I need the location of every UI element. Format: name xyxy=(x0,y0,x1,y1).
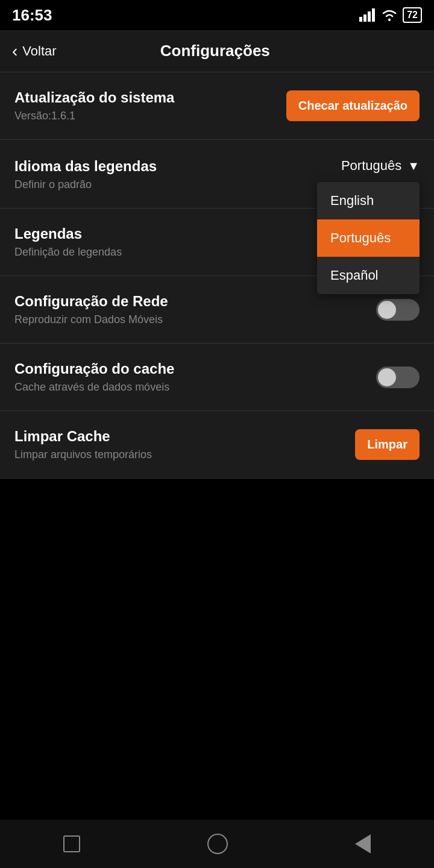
status-icons: 72 xyxy=(359,7,422,23)
network-config-title: Configuração de Rede xyxy=(14,293,376,310)
subtitle-language-section: Idioma das legendas Definir o padrão Por… xyxy=(0,140,434,209)
network-config-subtitle: Reproduzir com Dados Móveis xyxy=(14,313,376,326)
home-icon xyxy=(207,834,228,854)
svg-point-4 xyxy=(388,19,391,21)
clear-cache-section: Limpar Cache Limpar arquivos temporários… xyxy=(0,411,434,479)
language-option-portuguese[interactable]: Português xyxy=(317,219,420,257)
cache-toggle-thumb xyxy=(378,368,396,386)
language-dropdown-trigger[interactable]: Português ▼ xyxy=(341,158,420,174)
system-update-version: Versão:1.6.1 xyxy=(14,110,286,122)
language-option-spanish[interactable]: Español xyxy=(317,257,420,294)
wifi-icon xyxy=(381,8,398,22)
cache-config-subtitle: Cache através de dados móveis xyxy=(14,381,376,394)
recent-apps-icon xyxy=(63,835,80,852)
cache-config-section: Configuração do cache Cache através de d… xyxy=(0,344,434,411)
signal-icon xyxy=(359,8,376,22)
check-update-button[interactable]: Checar atualização xyxy=(286,90,420,121)
system-update-title: Atualização do sistema xyxy=(14,89,286,106)
nav-bar xyxy=(0,820,434,868)
status-bar: 16:53 72 xyxy=(0,0,434,30)
subtitle-language-title: Idioma das legendas xyxy=(14,158,341,175)
clear-cache-left: Limpar Cache Limpar arquivos temporários xyxy=(14,428,355,461)
top-bar: ‹ Voltar Configurações xyxy=(0,30,434,72)
svg-rect-2 xyxy=(368,11,371,22)
battery-icon: 72 xyxy=(403,7,422,23)
svg-rect-1 xyxy=(363,14,366,22)
cache-config-title: Configuração do cache xyxy=(14,360,376,377)
system-update-section: Atualização do sistema Versão:1.6.1 Chec… xyxy=(0,72,434,140)
language-current-value: Português xyxy=(341,158,401,174)
clear-cache-subtitle: Limpar arquivos temporários xyxy=(14,448,355,461)
system-update-left: Atualização do sistema Versão:1.6.1 xyxy=(14,89,286,122)
clear-cache-button[interactable]: Limpar xyxy=(355,429,420,460)
language-dropdown-menu: English Português Español xyxy=(317,182,420,294)
svg-rect-3 xyxy=(372,8,375,22)
page-title: Configurações xyxy=(57,42,374,60)
language-option-english[interactable]: English xyxy=(317,182,420,219)
dropdown-arrow-icon: ▼ xyxy=(407,159,420,173)
network-config-toggle[interactable] xyxy=(376,299,420,321)
subtitle-language-left: Idioma das legendas Definir o padrão xyxy=(14,158,341,191)
network-config-left: Configuração de Rede Reproduzir com Dado… xyxy=(14,293,376,326)
network-toggle-thumb xyxy=(378,301,396,319)
back-nav-icon xyxy=(355,834,371,854)
svg-rect-0 xyxy=(359,17,362,22)
subtitle-language-subtitle: Definir o padrão xyxy=(14,178,341,191)
settings-content: Atualização do sistema Versão:1.6.1 Chec… xyxy=(0,72,434,479)
language-dropdown-wrapper: Português ▼ English Português Español xyxy=(341,158,420,174)
back-label: Voltar xyxy=(22,43,56,59)
status-time: 16:53 xyxy=(12,6,52,25)
recent-apps-button[interactable] xyxy=(63,835,80,852)
cache-config-toggle[interactable] xyxy=(376,366,420,388)
home-button[interactable] xyxy=(207,834,228,854)
cache-config-left: Configuração do cache Cache através de d… xyxy=(14,360,376,394)
back-button[interactable]: ‹ Voltar xyxy=(12,42,57,61)
black-area xyxy=(0,479,434,708)
back-chevron-icon: ‹ xyxy=(12,42,17,61)
back-nav-button[interactable] xyxy=(355,834,371,854)
clear-cache-title: Limpar Cache xyxy=(14,428,355,445)
